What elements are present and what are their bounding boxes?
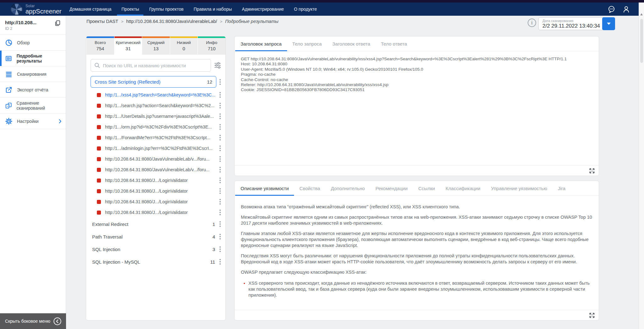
nav-menu-item[interactable]: Проекты — [116, 3, 144, 16]
vulnerability-url[interactable]: http:/1.../UserDetails.jsp?username=java… — [105, 114, 216, 119]
vulnerability-item[interactable]: http:/1.../ForwardMe?err=%3C%2Ftd%3E%3Cs… — [91, 132, 222, 143]
vulnerability-url[interactable]: http:/10.208.64.31:8080/JavaVulnerableLa… — [105, 156, 216, 162]
severity-tab[interactable]: Инфо 710 — [197, 36, 225, 55]
description-panel-footer — [235, 310, 599, 320]
kebab-menu-icon[interactable] — [218, 148, 222, 149]
critical-severity-marker — [97, 93, 101, 97]
scan-date-dropdown-button[interactable] — [602, 17, 615, 30]
group-count: 11 — [210, 259, 215, 265]
breadcrumb-project-url[interactable]: http://10.208.64.31:8080/JavaVulnerableL… — [126, 19, 217, 24]
kebab-menu-icon[interactable] — [218, 212, 222, 213]
vulnerability-item[interactable]: http:/10.208.64.31:8080/J.../LoginValida… — [91, 207, 222, 218]
vulnerability-url[interactable]: http:/10.208.64.31:8080/J.../LoginValida… — [105, 210, 216, 215]
vulnerability-url[interactable]: http:/1.../orm.jsp?id=%3C%2Fdiv%3E%3Cscr… — [105, 124, 216, 129]
vulnerability-item[interactable]: http:/1.../orm.jsp?id=%3C%2Fdiv%3E%3Cscr… — [91, 122, 222, 132]
vulnerability-item[interactable]: http:/1.../UserDetails.jsp?username=java… — [91, 111, 222, 122]
breadcrumb-projects[interactable]: Проекты DAST — [86, 19, 118, 24]
sidebar-item-scans[interactable]: Сканирования — [0, 66, 66, 82]
vulnerability-group[interactable]: Path Traversal 4 — [91, 230, 222, 243]
sidebar-item-overview[interactable]: Обзор — [0, 35, 66, 51]
kebab-menu-icon[interactable] — [218, 201, 222, 202]
severity-tab[interactable]: Средний 13 — [142, 36, 170, 55]
project-name: http://10.208... — [5, 20, 61, 25]
user-account-icon[interactable] — [622, 5, 630, 14]
vulnerability-url[interactable]: http:/10.208.64.31:8080/JavaVulnerableLa… — [105, 167, 216, 172]
vulnerability-group[interactable]: SQL Injection 3 — [91, 243, 222, 255]
vulnerability-item[interactable]: http:/10.208.64.31:8080/JavaVulnerableLa… — [91, 164, 222, 175]
scrollbar-up-arrow[interactable] — [640, 13, 643, 15]
sidebar-item-report-export[interactable]: Экспорт отчёта — [0, 82, 66, 98]
kebab-menu-icon[interactable] — [218, 190, 222, 192]
severity-tab-count: 13 — [153, 46, 159, 51]
filter-icon[interactable] — [214, 61, 222, 69]
search-input[interactable] — [91, 59, 211, 72]
request-tab[interactable]: Тело ответа — [375, 36, 412, 51]
vulnerability-item[interactable]: http:/10.208.64.31:8080/JavaVulnerableLa… — [91, 154, 222, 164]
description-tab[interactable]: Описание уязвимости — [235, 181, 294, 195]
nav-menu-item[interactable]: О продукте — [289, 3, 322, 16]
request-tab[interactable]: Заголовок запроса — [235, 36, 287, 51]
kebab-menu-icon[interactable] — [218, 137, 222, 138]
request-tab[interactable]: Тело запроса — [287, 36, 327, 51]
sidebar-item-scan-comparison[interactable]: Сравнение сканирований — [0, 98, 66, 113]
kebab-menu-icon[interactable] — [218, 158, 222, 160]
description-tab[interactable]: Ссылки — [413, 181, 440, 195]
vulnerability-url[interactable]: http:/1.../ForwardMe?err=%3C%2Ftd%3E%3Cs… — [105, 135, 216, 140]
severity-tab[interactable]: Всего 754 — [86, 36, 114, 55]
kebab-menu-icon[interactable] — [218, 169, 222, 170]
copy-icon[interactable] — [54, 19, 61, 27]
vulnerability-item[interactable]: http:/1.../search.jsp?action=Search&keyw… — [91, 100, 222, 111]
kebab-menu-icon[interactable] — [218, 94, 222, 96]
pie-chart-icon — [5, 39, 13, 47]
vulnerability-item[interactable]: http:/10.208.64.31:8080/J.../LoginValida… — [91, 196, 222, 207]
kebab-menu-icon[interactable] — [218, 223, 222, 225]
description-tab[interactable]: Jira — [552, 181, 571, 195]
sidebar-item-settings[interactable]: Настройки — [0, 113, 66, 129]
request-tab[interactable]: Заголовок ответа — [327, 36, 375, 51]
group-name: SQL Injection - MySQL — [92, 259, 210, 265]
nav-menu-item[interactable]: Домашняя страница — [64, 3, 116, 16]
group-header[interactable]: Cross Site Scripting (Reflected) 12 — [91, 76, 216, 88]
description-tab[interactable]: Свойства — [294, 181, 325, 195]
severity-tab[interactable]: Критический 31 — [114, 36, 142, 55]
info-icon[interactable]: i — [528, 19, 536, 27]
nav-menu-item[interactable]: Правила и наборы — [189, 3, 237, 16]
kebab-menu-icon[interactable] — [218, 81, 222, 83]
nav-menu-item[interactable]: Администрирование — [237, 3, 289, 16]
kebab-menu-icon[interactable] — [218, 249, 222, 250]
vulnerability-url[interactable]: http:/1.../xss4.jsp?Search=Search&keywor… — [105, 92, 216, 97]
fullscreen-expand-icon[interactable] — [589, 167, 595, 174]
kebab-menu-icon[interactable] — [218, 261, 222, 262]
scan-date-select[interactable]: Дата сканирования 2/2 29.11.2022 13:40:3… — [538, 17, 615, 30]
vulnerability-url[interactable]: http:/10.208.64.31:8080/J.../LoginValida… — [105, 199, 216, 204]
nav-menu-item[interactable]: Группы проектов — [144, 3, 188, 16]
fullscreen-expand-icon[interactable] — [589, 312, 595, 319]
description-tab[interactable]: Дополнительно — [325, 181, 370, 195]
severity-tab[interactable]: Низкий 0 — [170, 36, 198, 55]
vulnerability-description: Возможна атака типа “отражённый межсайто… — [235, 196, 599, 298]
description-tab[interactable]: Рекомендации — [370, 181, 413, 195]
chevron-left-circle-icon — [53, 317, 62, 326]
vulnerability-item[interactable]: http:/10.208.64.31:8080/J.../LoginValida… — [91, 175, 222, 186]
vulnerability-url[interactable]: http:/1.../search.jsp?action=Search&keyw… — [105, 103, 216, 108]
kebab-menu-icon[interactable] — [218, 126, 222, 128]
vulnerability-group[interactable]: External Redirect 1 — [91, 218, 222, 230]
description-tab[interactable]: Классификации — [440, 181, 486, 195]
page-scrollbar[interactable] — [639, 3, 644, 329]
vulnerability-group[interactable]: SQL Injection - MySQL 11 — [91, 255, 222, 268]
vulnerability-item[interactable]: http:/1.../adminlogin.jsp?err=%3C%2Ftd%3… — [91, 143, 222, 154]
kebab-menu-icon[interactable] — [218, 105, 222, 106]
kebab-menu-icon[interactable] — [218, 116, 222, 117]
collapse-sidebar-button[interactable]: Скрыть боковое меню — [0, 313, 66, 329]
vulnerability-url[interactable]: http:/10.208.64.31:8080/J.../LoginValida… — [105, 189, 216, 194]
vulnerability-url[interactable]: http:/10.208.64.31:8080/J.../LoginValida… — [105, 178, 216, 183]
kebab-menu-icon[interactable] — [218, 180, 222, 181]
vulnerability-item[interactable]: http:/1.../xss4.jsp?Search=Search&keywor… — [91, 90, 222, 100]
kebab-menu-icon[interactable] — [218, 236, 222, 237]
sidebar-item-detailed-results[interactable]: Подробные результаты — [0, 51, 66, 66]
vulnerability-item[interactable]: http:/10.208.64.31:8080/J.../LoginValida… — [91, 186, 222, 196]
chat-icon[interactable] — [607, 5, 616, 14]
scrollbar-thumb[interactable] — [640, 19, 643, 63]
vulnerability-url[interactable]: http:/1.../adminlogin.jsp?err=%3C%2Ftd%3… — [105, 146, 216, 151]
description-tab[interactable]: Управление уязвимостью — [486, 181, 552, 195]
